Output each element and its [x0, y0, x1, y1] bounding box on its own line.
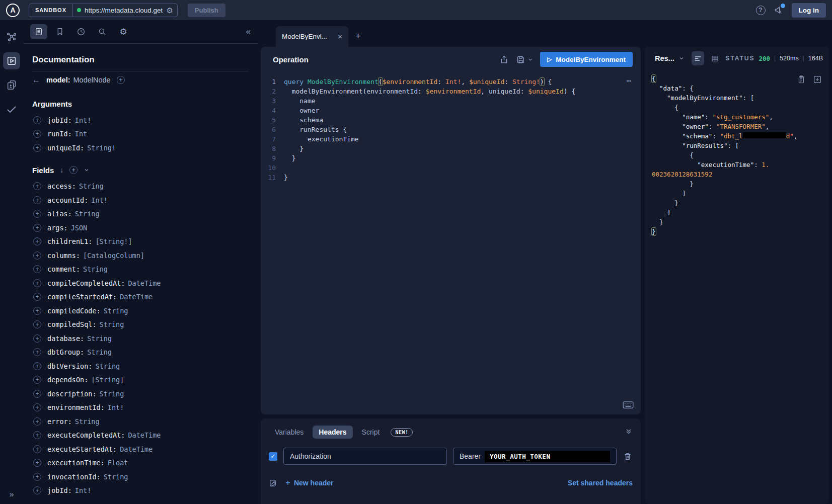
back-arrow-icon[interactable]: ←: [32, 75, 40, 85]
field-type[interactable]: Float: [108, 459, 128, 467]
add-to-operation-icon[interactable]: +: [33, 144, 41, 152]
field-type[interactable]: String: [87, 348, 112, 356]
field-type[interactable]: String: [87, 334, 112, 343]
add-tab-button[interactable]: +: [355, 31, 361, 42]
field-row[interactable]: +args:JSON: [32, 221, 249, 235]
field-row[interactable]: +executionTime:Float: [32, 456, 249, 470]
field-row[interactable]: +executeStartedAt:DateTime: [32, 442, 249, 456]
argument-row[interactable]: +jobId:Int!: [32, 113, 249, 127]
add-to-operation-icon[interactable]: +: [33, 116, 41, 124]
add-to-operation-icon[interactable]: +: [33, 307, 41, 315]
field-row[interactable]: +dbtVersion:String: [32, 359, 249, 373]
saved-operations-button[interactable]: [51, 24, 68, 39]
breadcrumb-type-link[interactable]: ModelNode: [73, 76, 111, 84]
field-row[interactable]: +environmentId:Int!: [32, 401, 249, 415]
auth-token-value[interactable]: YOUR_AUTH_TOKEN: [485, 451, 610, 462]
tab-headers[interactable]: Headers: [313, 426, 352, 439]
add-to-operation-icon[interactable]: +: [33, 417, 41, 426]
tab-variables[interactable]: Variables: [269, 426, 310, 439]
add-to-operation-icon[interactable]: +: [33, 445, 41, 453]
field-type[interactable]: String: [95, 362, 120, 370]
field-type[interactable]: Int!: [75, 486, 92, 494]
add-to-operation-icon[interactable]: +: [33, 403, 41, 411]
tab-script[interactable]: Script: [356, 426, 386, 439]
field-row[interactable]: +alias:String: [32, 207, 249, 221]
announcements-button[interactable]: [774, 5, 784, 15]
collapse-bottom-panel-icon[interactable]: [625, 428, 633, 436]
field-type[interactable]: [String]: [91, 376, 124, 384]
add-to-operation-icon[interactable]: +: [33, 293, 41, 301]
add-to-operation-icon[interactable]: +: [33, 473, 41, 481]
add-to-operation-icon[interactable]: +: [33, 182, 41, 190]
set-shared-headers-link[interactable]: Set shared headers: [568, 479, 633, 487]
login-button[interactable]: Log in: [792, 3, 826, 18]
new-header-button[interactable]: + New header: [285, 478, 334, 488]
publish-button[interactable]: Publish: [188, 4, 225, 17]
field-row[interactable]: +dbtGroup:String: [32, 346, 249, 360]
documentation-tab-button[interactable]: [30, 24, 47, 39]
field-row[interactable]: +invocationId:String: [32, 470, 249, 484]
table-view-toggle[interactable]: [708, 51, 721, 65]
copy-response-icon[interactable]: [797, 75, 806, 84]
tab-modelbyenvironment[interactable]: ModelByEnvi... ×: [276, 26, 348, 47]
field-type[interactable]: Int!: [75, 116, 92, 124]
add-to-operation-icon[interactable]: +: [33, 362, 41, 370]
add-to-operation-icon[interactable]: +: [33, 376, 41, 384]
raw-view-toggle[interactable]: [692, 51, 705, 65]
apollo-logo[interactable]: A: [6, 4, 20, 17]
add-to-operation-icon[interactable]: +: [33, 196, 41, 204]
field-type[interactable]: JSON: [71, 224, 88, 232]
field-type[interactable]: DateTime: [128, 431, 161, 439]
add-to-operation-icon[interactable]: +: [33, 486, 41, 494]
field-type[interactable]: String: [104, 473, 128, 481]
field-type[interactable]: String: [100, 390, 124, 398]
field-type[interactable]: String: [104, 307, 128, 315]
add-fields-icon[interactable]: +: [69, 166, 78, 174]
header-value-input[interactable]: Bearer YOUR_AUTH_TOKEN: [453, 448, 617, 465]
close-tab-icon[interactable]: ×: [338, 32, 342, 41]
field-type[interactable]: Int: [75, 130, 87, 138]
response-body[interactable]: {"data": {"modelByEnvironment": [{"name"…: [645, 70, 829, 504]
run-operation-button[interactable]: ▷ ModelByEnvironment: [540, 52, 633, 67]
header-enabled-checkbox[interactable]: ✓: [269, 452, 277, 461]
endpoint-url[interactable]: https://metadata.cloud.get: [85, 7, 163, 14]
connection-settings-gear-icon[interactable]: ⚙: [166, 7, 173, 14]
editor-overflow-menu[interactable]: ⋯: [626, 76, 632, 86]
field-type[interactable]: String: [79, 182, 104, 190]
search-button[interactable]: [94, 24, 111, 39]
sidebar-item-schema[interactable]: [3, 28, 20, 45]
field-row[interactable]: +compiledSql:String: [32, 318, 249, 332]
delete-header-icon[interactable]: [623, 452, 633, 461]
add-to-operation-icon[interactable]: +: [33, 130, 41, 138]
field-row[interactable]: +compiledCode:String: [32, 304, 249, 318]
keyboard-shortcuts-icon[interactable]: [623, 400, 634, 409]
sort-fields-icon[interactable]: ↓: [60, 166, 63, 174]
sidebar-item-checks[interactable]: [3, 101, 20, 118]
field-row[interactable]: +childrenL1:[String!]: [32, 235, 249, 249]
field-type[interactable]: Int!: [108, 403, 124, 411]
add-to-operation-icon[interactable]: +: [33, 431, 41, 439]
field-row[interactable]: +compileStartedAt:DateTime: [32, 290, 249, 304]
field-row[interactable]: +jobId:Int!: [32, 484, 249, 498]
add-to-operation-icon[interactable]: +: [33, 279, 41, 287]
expand-rail-button[interactable]: »: [0, 490, 23, 499]
argument-row[interactable]: +runId:Int: [32, 127, 249, 141]
edit-environment-icon[interactable]: [269, 478, 278, 488]
field-type[interactable]: [CatalogColumn]: [83, 251, 144, 260]
field-row[interactable]: +executeCompletedAt:DateTime: [32, 429, 249, 443]
add-to-operation-icon[interactable]: +: [33, 390, 41, 398]
argument-row[interactable]: +uniqueId:String!: [32, 141, 249, 155]
field-type[interactable]: String: [75, 210, 100, 218]
field-type[interactable]: String!: [87, 144, 116, 152]
field-row[interactable]: +error:String: [32, 414, 249, 429]
field-row[interactable]: +accountId:Int!: [32, 193, 249, 207]
help-icon[interactable]: ?: [756, 6, 766, 15]
add-to-operation-icon[interactable]: +: [33, 459, 41, 467]
add-to-operation-icon[interactable]: +: [33, 224, 41, 232]
download-response-icon[interactable]: [813, 75, 822, 84]
add-to-operation-icon[interactable]: +: [33, 348, 41, 356]
sidebar-item-explorer[interactable]: [3, 52, 20, 69]
field-row[interactable]: +dependsOn:[String]: [32, 373, 249, 387]
save-operation-button[interactable]: [516, 55, 533, 64]
field-type[interactable]: String: [100, 320, 124, 328]
